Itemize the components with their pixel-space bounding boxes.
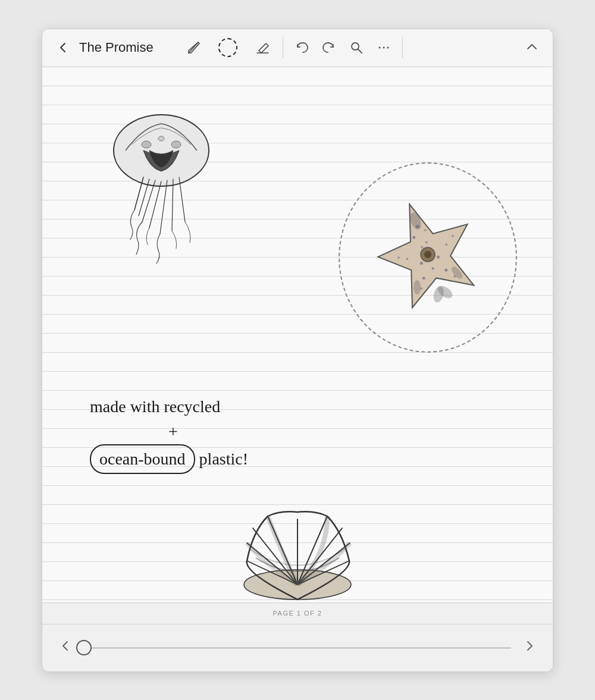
pen-tool-button[interactable]: [183, 36, 205, 59]
app-frame: The Promise: [42, 29, 553, 672]
svg-point-10: [171, 141, 181, 148]
toolbar-divider-1: [283, 37, 283, 58]
svg-point-7: [387, 47, 389, 49]
starfish-illustration: [339, 162, 517, 353]
redo-button[interactable]: [320, 39, 338, 56]
page-indicator-text: PAGE 1 OF 2: [273, 610, 322, 617]
page-indicator: PAGE 1 OF 2: [42, 602, 553, 624]
handwritten-after-circle: plastic!: [195, 450, 248, 468]
svg-line-16: [160, 180, 167, 234]
svg-line-18: [179, 177, 185, 222]
svg-line-4: [358, 49, 362, 54]
undo-icon: [295, 41, 308, 54]
svg-line-17: [172, 179, 173, 231]
page-title: The Promise: [79, 40, 154, 55]
canvas-area: made with recycled + ocean-bound plastic…: [42, 67, 553, 602]
more-button[interactable]: [375, 39, 393, 56]
svg-point-6: [383, 47, 385, 49]
scrubber-next-button[interactable]: [518, 635, 541, 661]
shell-illustration: [232, 507, 363, 602]
handwritten-text-area: made with recycled + ocean-bound plastic…: [90, 394, 256, 474]
svg-line-13: [139, 179, 149, 216]
svg-point-38: [414, 280, 421, 294]
undo-button[interactable]: [293, 39, 311, 56]
svg-line-15: [149, 181, 161, 228]
handwritten-line2: +: [90, 419, 256, 444]
svg-point-8: [114, 115, 209, 186]
svg-line-14: [142, 180, 155, 222]
starfish-svg: [339, 162, 517, 353]
scrubber-next-icon: [523, 639, 536, 652]
svg-point-5: [379, 47, 381, 49]
lasso-circle: [218, 38, 237, 57]
toolbar-actions: [293, 39, 393, 56]
collapse-icon: [525, 40, 538, 53]
jellyfish-illustration: [90, 91, 233, 281]
shell-svg: [232, 507, 363, 602]
lasso-tool-button[interactable]: [215, 34, 241, 61]
more-icon: [377, 41, 390, 54]
toolbar-right: [412, 37, 541, 58]
pen-icon: [186, 40, 202, 55]
toolbar-divider-2: [402, 37, 403, 58]
collapse-button[interactable]: [523, 37, 541, 58]
circled-word: ocean-bound: [90, 444, 195, 474]
jellyfish-svg: [90, 91, 233, 281]
search-button[interactable]: [347, 39, 365, 56]
paper-content: made with recycled + ocean-bound plastic…: [42, 67, 553, 602]
eraser-icon: [254, 40, 270, 55]
toolbar: The Promise: [42, 29, 553, 67]
handwritten-line3: ocean-bound plastic!: [90, 444, 256, 474]
scrubber-bar: [42, 624, 553, 671]
search-icon: [350, 41, 363, 54]
eraser-tool-button[interactable]: [250, 36, 273, 59]
scrubber-track[interactable]: [84, 647, 511, 649]
svg-point-9: [142, 141, 151, 148]
scrubber-thumb[interactable]: [76, 640, 92, 655]
back-button[interactable]: [54, 39, 72, 56]
handwritten-line1: made with recycled: [90, 394, 256, 419]
scrubber-prev-button[interactable]: [54, 635, 77, 661]
redo-icon: [322, 41, 336, 54]
scrubber-prev-icon: [59, 639, 72, 652]
toolbar-center: [183, 34, 273, 61]
back-icon: [57, 41, 70, 54]
svg-point-11: [158, 136, 164, 141]
lined-paper[interactable]: made with recycled + ocean-bound plastic…: [42, 67, 553, 602]
toolbar-left: The Promise: [54, 39, 183, 56]
